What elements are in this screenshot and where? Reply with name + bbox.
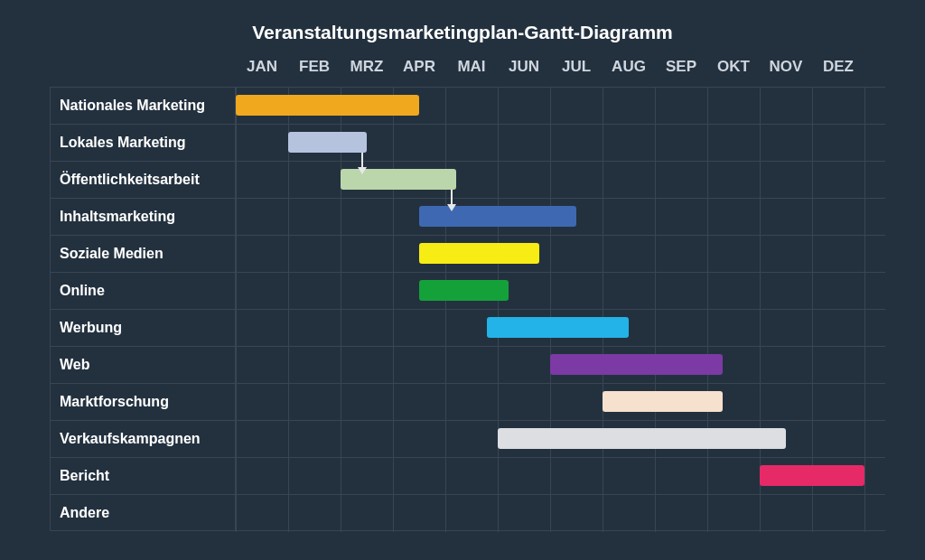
gantt-row: Nationales Marketing	[50, 87, 885, 124]
gantt-bar[interactable]	[487, 317, 629, 338]
month-label: MAI	[445, 58, 498, 76]
gantt-bar[interactable]	[236, 95, 419, 116]
month-label: AUG	[603, 58, 655, 76]
gantt-row: Andere	[50, 494, 885, 531]
month-label: JAN	[236, 58, 288, 76]
task-label: Lokales Marketing	[50, 125, 236, 161]
chart-title: Veranstaltungsmarketingplan-Gantt-Diagra…	[0, 22, 925, 43]
gantt-bar[interactable]	[498, 428, 786, 449]
month-label: FEB	[288, 58, 341, 76]
gantt-bar[interactable]	[419, 243, 539, 264]
month-label: OKT	[707, 58, 760, 76]
arrow-head-icon	[447, 204, 456, 211]
task-label: Andere	[50, 495, 236, 530]
task-label: Inhaltsmarketing	[50, 199, 236, 235]
gantt-bar[interactable]	[288, 132, 367, 153]
month-label: MRZ	[341, 58, 393, 76]
gantt-bar[interactable]	[760, 465, 864, 486]
month-label: DEZ	[812, 58, 864, 76]
month-label: SEP	[655, 58, 707, 76]
gantt-bar[interactable]	[550, 354, 723, 375]
task-label: Bericht	[50, 458, 236, 494]
gantt-bar[interactable]	[419, 280, 509, 301]
month-label: JUL	[550, 58, 603, 76]
task-label: Nationales Marketing	[50, 88, 236, 124]
gantt-row: Marktforschung	[50, 383, 885, 420]
gantt-row: Werbung	[50, 309, 885, 346]
task-label: Soziale Medien	[50, 236, 236, 272]
task-label: Marktforschung	[50, 384, 236, 420]
gantt-chart: Veranstaltungsmarketingplan-Gantt-Diagra…	[0, 0, 925, 560]
dependency-arrow	[361, 153, 363, 167]
dependency-arrow	[451, 190, 453, 204]
task-label: Online	[50, 273, 236, 309]
task-label: Verkaufskampagnen	[50, 421, 236, 457]
month-label: NOV	[760, 58, 812, 76]
gantt-row: Lokales Marketing	[50, 124, 885, 161]
arrow-head-icon	[358, 167, 367, 174]
gantt-bar[interactable]	[419, 206, 576, 227]
task-label: Werbung	[50, 310, 236, 346]
gantt-row: Öffentlichkeitsarbeit	[50, 161, 885, 198]
gantt-row: Web	[50, 346, 885, 383]
task-label: Web	[50, 347, 236, 383]
month-label: JUN	[498, 58, 550, 76]
month-label: APR	[393, 58, 445, 76]
gantt-bar[interactable]	[603, 391, 723, 412]
task-label: Öffentlichkeitsarbeit	[50, 162, 236, 198]
